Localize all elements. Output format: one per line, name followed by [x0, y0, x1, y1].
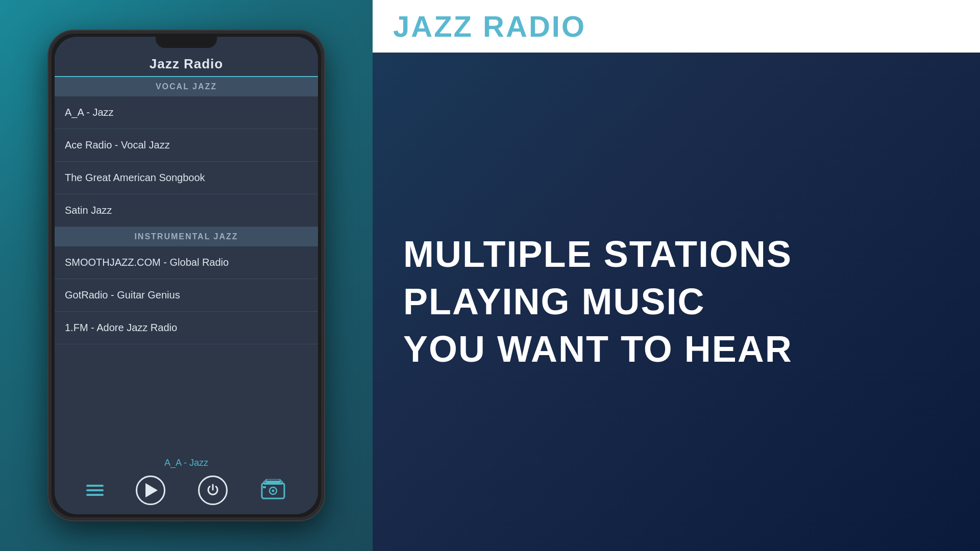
category-header-instrumental: INSTRUMENTAL JAZZ	[55, 227, 318, 246]
hamburger-line	[86, 494, 104, 496]
station-name: GotRadio - Guitar Genius	[65, 289, 180, 300]
svg-rect-5	[263, 486, 266, 488]
list-item[interactable]: The Great American Songbook	[55, 162, 318, 194]
left-panel: Jazz Radio VOCAL JAZZ A_A - Jazz Ace Rad…	[0, 0, 373, 551]
play-icon	[145, 483, 158, 497]
phone-notch	[156, 34, 217, 48]
hamburger-line	[86, 489, 104, 491]
tagline-line3: YOU WANT TO HEAR	[403, 328, 949, 370]
category-label-instrumental: INSTRUMENTAL JAZZ	[134, 232, 238, 241]
right-content: MULTIPLE STATIONS PLAYING MUSIC YOU WANT…	[373, 53, 980, 551]
station-name: Ace Radio - Vocal Jazz	[65, 139, 170, 151]
station-name: Satin Jazz	[65, 205, 112, 216]
right-panel: JAZZ RADIO MULTIPLE STATIONS PLAYING MUS…	[373, 0, 980, 551]
app-brand-title: JAZZ RADIO	[393, 9, 586, 43]
menu-button[interactable]	[86, 485, 104, 496]
category-header-vocal: VOCAL JAZZ	[55, 77, 318, 96]
radio-button[interactable]	[260, 479, 286, 502]
now-playing-label: A_A - Jazz	[164, 458, 208, 468]
list-item[interactable]: Ace Radio - Vocal Jazz	[55, 129, 318, 162]
station-name: SMOOTHJAZZ.COM - Global Radio	[65, 257, 229, 268]
list-item[interactable]: A_A - Jazz	[55, 96, 318, 129]
radio-icon	[260, 479, 286, 502]
play-button[interactable]	[136, 475, 165, 505]
power-icon	[206, 483, 220, 497]
list-item[interactable]: Satin Jazz	[55, 194, 318, 227]
list-item[interactable]: SMOOTHJAZZ.COM - Global Radio	[55, 246, 318, 279]
list-item[interactable]: GotRadio - Guitar Genius	[55, 279, 318, 312]
app-title: Jazz Radio	[65, 56, 308, 72]
title-bar: JAZZ RADIO	[373, 0, 980, 53]
station-name: A_A - Jazz	[65, 107, 114, 118]
category-label-vocal: VOCAL JAZZ	[156, 82, 217, 91]
station-name: The Great American Songbook	[65, 172, 205, 183]
bottom-controls	[65, 472, 308, 508]
tagline-line1: MULTIPLE STATIONS	[403, 233, 949, 276]
phone-mockup: Jazz Radio VOCAL JAZZ A_A - Jazz Ace Rad…	[48, 31, 324, 520]
station-list[interactable]: VOCAL JAZZ A_A - Jazz Ace Radio - Vocal …	[55, 77, 318, 453]
svg-point-4	[272, 490, 275, 492]
app-bottom-bar: A_A - Jazz	[55, 453, 318, 514]
phone-screen: Jazz Radio VOCAL JAZZ A_A - Jazz Ace Rad…	[55, 37, 318, 514]
station-name: 1.FM - Adore Jazz Radio	[65, 322, 177, 333]
hamburger-line	[86, 485, 104, 487]
tagline-line2: PLAYING MUSIC	[403, 281, 949, 323]
power-button[interactable]	[198, 475, 228, 505]
list-item[interactable]: 1.FM - Adore Jazz Radio	[55, 312, 318, 344]
